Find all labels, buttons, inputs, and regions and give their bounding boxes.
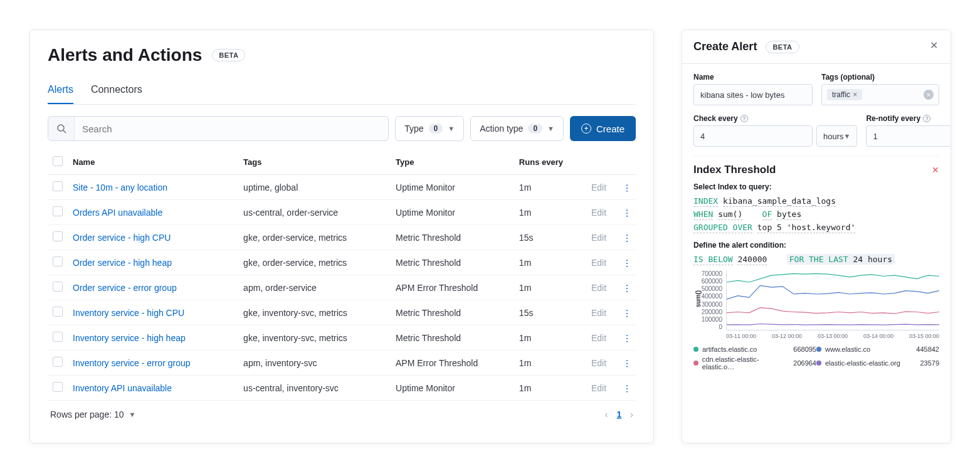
legend-dot-icon xyxy=(693,361,698,366)
row-runs: 1m xyxy=(514,325,586,351)
select-all-checkbox[interactable] xyxy=(53,156,63,166)
edit-link[interactable]: Edit xyxy=(591,333,606,343)
row-checkbox[interactable] xyxy=(53,181,63,191)
row-actions-icon[interactable]: ⋯ xyxy=(622,258,632,266)
legend-value: 445842 xyxy=(916,345,939,353)
alert-name-link[interactable]: Inventory service - high CPU xyxy=(73,308,184,318)
row-actions-icon[interactable]: ⋯ xyxy=(622,334,632,342)
col-runs: Runs every xyxy=(514,151,586,175)
search-input[interactable] xyxy=(75,124,388,134)
row-checkbox[interactable] xyxy=(53,307,63,317)
row-type: APM Error Threshold xyxy=(391,275,514,300)
pager-current[interactable]: 1 xyxy=(617,409,622,419)
tab-alerts[interactable]: Alerts xyxy=(48,78,73,104)
create-button-label: Create xyxy=(596,124,624,134)
alert-name-link[interactable]: Order service - error group xyxy=(73,283,177,293)
row-type: Metric Threshold xyxy=(391,300,514,325)
alert-name-link[interactable]: Site - 10m - any location xyxy=(73,182,167,192)
row-checkbox[interactable] xyxy=(53,357,63,367)
y-axis-label: sum() xyxy=(695,290,702,307)
name-label: Name xyxy=(693,73,813,82)
check-every-unit[interactable]: hours ▼ xyxy=(816,125,857,147)
chart-series-line xyxy=(727,285,939,299)
alert-name-link[interactable]: Inventory API unavailable xyxy=(73,383,172,393)
alert-name-link[interactable]: Inventory service - high heap xyxy=(73,333,186,343)
row-actions-icon[interactable]: ⋯ xyxy=(622,359,632,367)
tags-input[interactable]: traffic × × xyxy=(821,84,939,105)
table-row: Inventory API unavailableus-central, inv… xyxy=(48,376,636,401)
table-row: Inventory service - high CPUgke, invento… xyxy=(48,300,636,325)
x-tick: 03-12 00:00 xyxy=(772,333,802,339)
pagination: ‹ 1 › xyxy=(605,409,633,419)
row-actions-icon[interactable]: ⋯ xyxy=(622,208,632,216)
edit-link[interactable]: Edit xyxy=(591,182,606,192)
remove-condition-icon[interactable]: ✕ xyxy=(932,165,939,175)
alert-name-link[interactable]: Inventory service - error group xyxy=(73,358,191,368)
pager-prev[interactable]: ‹ xyxy=(605,409,608,419)
legend-value: 23579 xyxy=(920,359,939,367)
row-actions-icon[interactable]: ⋯ xyxy=(622,283,632,292)
legend-item[interactable]: cdn.elastic-elastic-elastic.o…206964 xyxy=(693,354,816,372)
search-field[interactable] xyxy=(48,116,389,141)
tag-remove-icon[interactable]: × xyxy=(853,90,857,99)
alert-name-link[interactable]: Orders API unavailable xyxy=(73,208,162,218)
row-runs: 1m xyxy=(514,376,586,401)
row-checkbox[interactable] xyxy=(53,231,63,241)
edit-link[interactable]: Edit xyxy=(591,308,606,318)
legend-label: elastic-elastic-elastic.org xyxy=(825,359,900,367)
condition-expression[interactable]: IS BELOW 240000 FOR THE LAST 24 hours xyxy=(693,255,939,264)
legend-value: 206964 xyxy=(793,359,816,367)
legend-dot-icon xyxy=(816,347,821,352)
beta-badge: BETA xyxy=(212,49,245,61)
legend-label: www.elastic.co xyxy=(825,345,870,353)
help-icon[interactable]: ? xyxy=(740,115,748,122)
row-checkbox[interactable] xyxy=(53,382,63,392)
beta-badge: BETA xyxy=(766,41,799,53)
row-checkbox[interactable] xyxy=(53,256,63,266)
filter-type-count: 0 xyxy=(429,124,443,134)
filter-action-type[interactable]: Action type 0 ▼ xyxy=(470,116,564,141)
select-index-label: Select Index to query: xyxy=(693,182,939,191)
alert-name-link[interactable]: Order service - high CPU xyxy=(73,233,171,243)
pager-next[interactable]: › xyxy=(630,409,633,419)
y-tick: 600000 xyxy=(693,278,722,285)
alert-name-input[interactable] xyxy=(693,84,813,105)
create-button[interactable]: + Create xyxy=(570,116,636,141)
legend-item[interactable]: elastic-elastic-elastic.org23579 xyxy=(816,354,939,372)
rows-per-page[interactable]: Rows per page: 10 ▼ xyxy=(50,409,135,419)
filter-type[interactable]: Type 0 ▼ xyxy=(395,116,464,141)
legend-item[interactable]: www.elastic.co445842 xyxy=(816,344,939,354)
close-button[interactable]: ✕ xyxy=(926,39,942,52)
legend-item[interactable]: artifacts.elastic.co668095 xyxy=(693,344,816,354)
x-tick: 03-11 00:00 xyxy=(726,333,756,339)
help-icon[interactable]: ? xyxy=(923,115,930,122)
page-title: Alerts and Actions xyxy=(48,45,202,65)
when-expression[interactable]: WHEN sum() OF bytes xyxy=(693,209,939,219)
edit-link[interactable]: Edit xyxy=(591,233,606,243)
edit-link[interactable]: Edit xyxy=(591,283,606,293)
tab-connectors[interactable]: Connectors xyxy=(91,78,142,104)
row-actions-icon[interactable]: ⋯ xyxy=(622,233,632,241)
row-checkbox[interactable] xyxy=(53,332,63,342)
alert-name-link[interactable]: Order service - high heap xyxy=(73,258,172,268)
edit-link[interactable]: Edit xyxy=(591,208,606,218)
row-runs: 1m xyxy=(514,351,586,376)
edit-link[interactable]: Edit xyxy=(591,258,606,268)
row-actions-icon[interactable]: ⋯ xyxy=(622,384,632,392)
row-runs: 1m xyxy=(514,275,586,300)
row-checkbox[interactable] xyxy=(53,282,63,292)
row-actions-icon[interactable]: ⋯ xyxy=(622,183,632,191)
row-actions-icon[interactable]: ⋯ xyxy=(622,308,632,317)
row-type: APM Error Threshold xyxy=(391,351,514,376)
edit-link[interactable]: Edit xyxy=(591,383,606,393)
grouped-expression[interactable]: GROUPED OVER top 5 'host.keyword' xyxy=(693,223,939,232)
edit-link[interactable]: Edit xyxy=(591,358,606,368)
y-tick: 100000 xyxy=(693,316,722,323)
row-checkbox[interactable] xyxy=(53,206,63,216)
index-expression[interactable]: INDEX kibana_sample_data_logs xyxy=(693,196,939,206)
check-every-value[interactable] xyxy=(693,125,813,147)
renotify-value[interactable] xyxy=(866,125,951,147)
chevron-down-icon: ▼ xyxy=(448,125,455,132)
clear-tags-icon[interactable]: × xyxy=(924,90,934,100)
row-tags: us-central, order-service xyxy=(238,200,391,225)
